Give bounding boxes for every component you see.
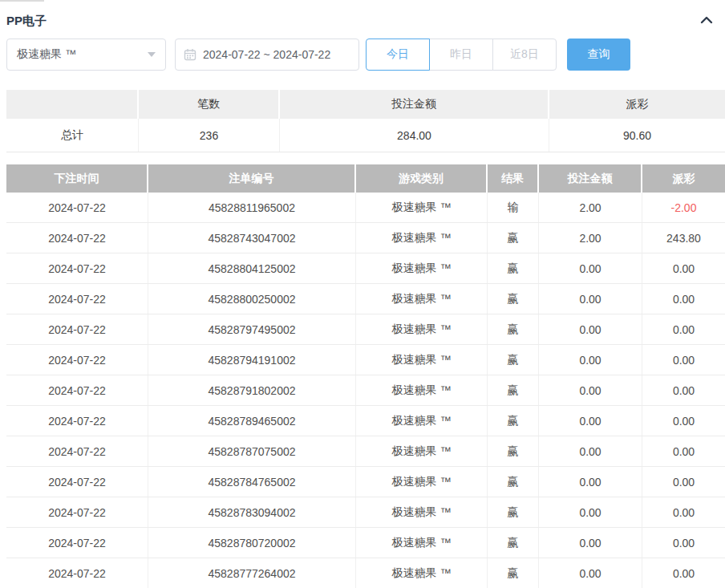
cell-game-type: 极速糖果 ™ <box>356 467 488 497</box>
cell-game-type: 极速糖果 ™ <box>356 253 488 283</box>
table-row: 2024-07-2245828811965002极速糖果 ™输2.00-2.00 <box>6 193 725 223</box>
col-header-result: 结果 <box>488 164 539 193</box>
page-title: PP电子 <box>6 14 47 29</box>
bet-table-body: 2024-07-2245828811965002极速糖果 ™输2.00-2.00… <box>6 193 725 588</box>
table-row: 2024-07-2245828791802002极速糖果 ™赢0.000.00 <box>6 375 725 406</box>
top-edge-divider <box>0 0 44 2</box>
cell-payout: 0.00 <box>642 253 725 283</box>
collapse-panel-button[interactable] <box>699 14 714 28</box>
cell-payout: 0.00 <box>642 436 725 466</box>
cell-bet-amount: 0.00 <box>539 558 642 588</box>
game-select-value: 极速糖果 ™ <box>17 47 76 62</box>
table-row: 2024-07-2245828780720002极速糖果 ™赢0.000.00 <box>6 528 725 558</box>
cell-bet-time: 2024-07-22 <box>6 528 148 558</box>
filter-bar: 极速糖果 ™ 2024-07-22 ~ 2024-07-22 今日 昨日 近8日… <box>6 39 719 71</box>
cell-result: 赢 <box>488 467 539 497</box>
cell-bet-amount: 0.00 <box>539 284 642 314</box>
cell-payout: 0.00 <box>642 528 725 558</box>
cell-result: 赢 <box>488 497 539 527</box>
cell-bet-id: 45828804125002 <box>148 253 356 283</box>
calendar-icon <box>184 48 196 61</box>
cell-game-type: 极速糖果 ™ <box>356 375 488 405</box>
cell-bet-amount: 2.00 <box>539 223 642 253</box>
cell-payout: 243.80 <box>642 223 725 253</box>
cell-bet-time: 2024-07-22 <box>6 345 148 375</box>
table-row: 2024-07-2245828804125002极速糖果 ™赢0.000.00 <box>6 253 725 284</box>
summary-total-bet-amount: 284.00 <box>280 119 549 152</box>
range-today-button[interactable]: 今日 <box>366 39 430 71</box>
summary-header-row: 笔数 投注金额 派彩 <box>6 90 725 119</box>
quick-range-group: 今日 昨日 近8日 <box>366 39 557 71</box>
cell-bet-time: 2024-07-22 <box>6 406 148 436</box>
summary-header-count: 笔数 <box>139 90 280 119</box>
summary-header-payout: 派彩 <box>549 90 725 119</box>
cell-game-type: 极速糖果 ™ <box>356 436 488 466</box>
cell-bet-id: 45828743047002 <box>148 223 356 253</box>
cell-result: 赢 <box>488 223 539 253</box>
cell-game-type: 极速糖果 ™ <box>356 558 488 588</box>
table-row: 2024-07-2245828794191002极速糖果 ™赢0.000.00 <box>6 345 725 375</box>
cell-bet-amount: 0.00 <box>539 375 642 405</box>
cell-bet-amount: 0.00 <box>539 253 642 283</box>
date-range-picker[interactable]: 2024-07-22 ~ 2024-07-22 <box>175 39 359 71</box>
cell-bet-time: 2024-07-22 <box>6 467 148 497</box>
game-select[interactable]: 极速糖果 ™ <box>6 39 166 71</box>
cell-payout: 0.00 <box>642 497 725 527</box>
cell-result: 赢 <box>488 436 539 466</box>
summary-table: 笔数 投注金额 派彩 总计 236 284.00 90.60 <box>6 90 725 152</box>
cell-bet-time: 2024-07-22 <box>6 284 148 314</box>
cell-payout: 0.00 <box>642 314 725 344</box>
table-row: 2024-07-2245828789465002极速糖果 ™赢0.000.00 <box>6 406 725 436</box>
summary-total-label: 总计 <box>6 119 139 152</box>
cell-payout: 0.00 <box>642 284 725 314</box>
cell-bet-id: 45828783094002 <box>148 497 356 527</box>
cell-bet-id: 45828791802002 <box>148 375 356 405</box>
cell-bet-amount: 0.00 <box>539 497 642 527</box>
cell-result: 赢 <box>488 558 539 588</box>
cell-result: 输 <box>488 193 539 222</box>
summary-total-payout: 90.60 <box>549 119 725 152</box>
summary-total-count: 236 <box>139 119 280 152</box>
bet-records-table: 下注时间 注单编号 游戏类别 结果 投注金额 派彩 2024-07-224582… <box>6 164 725 588</box>
cell-bet-id: 45828780720002 <box>148 528 356 558</box>
panel-header: PP电子 <box>0 0 725 32</box>
cell-game-type: 极速糖果 ™ <box>356 284 488 314</box>
cell-bet-amount: 0.00 <box>539 406 642 436</box>
col-header-game-type: 游戏类别 <box>356 164 488 193</box>
col-header-bet-amount: 投注金额 <box>539 164 642 193</box>
cell-result: 赢 <box>488 314 539 344</box>
cell-game-type: 极速糖果 ™ <box>356 193 488 222</box>
cell-bet-id: 45828777264002 <box>148 558 356 588</box>
col-header-payout: 派彩 <box>642 164 725 193</box>
col-header-bet-time: 下注时间 <box>6 164 148 193</box>
cell-bet-id: 45828797495002 <box>148 314 356 344</box>
cell-bet-time: 2024-07-22 <box>6 253 148 283</box>
cell-payout: 0.00 <box>642 345 725 375</box>
cell-game-type: 极速糖果 ™ <box>356 406 488 436</box>
cell-payout: 0.00 <box>642 375 725 405</box>
table-row: 2024-07-2245828800250002极速糖果 ™赢0.000.00 <box>6 284 725 314</box>
cell-bet-id: 45828789465002 <box>148 406 356 436</box>
query-button[interactable]: 查询 <box>567 39 630 71</box>
cell-bet-amount: 0.00 <box>539 528 642 558</box>
cell-bet-amount: 2.00 <box>539 193 642 222</box>
cell-bet-id: 45828800250002 <box>148 284 356 314</box>
table-row: 2024-07-2245828784765002极速糖果 ™赢0.000.00 <box>6 467 725 497</box>
cell-bet-time: 2024-07-22 <box>6 193 148 222</box>
summary-header-bet-amount: 投注金额 <box>280 90 549 119</box>
cell-bet-amount: 0.00 <box>539 467 642 497</box>
table-row: 2024-07-2245828783094002极速糖果 ™赢0.000.00 <box>6 497 725 528</box>
range-yesterday-button[interactable]: 昨日 <box>429 39 493 71</box>
chevron-up-icon <box>699 14 714 28</box>
cell-payout: 0.00 <box>642 406 725 436</box>
cell-bet-time: 2024-07-22 <box>6 375 148 405</box>
cell-bet-id: 45828794191002 <box>148 345 356 375</box>
range-last8days-button[interactable]: 近8日 <box>492 39 557 71</box>
summary-total-row: 总计 236 284.00 90.60 <box>6 119 725 152</box>
cell-bet-time: 2024-07-22 <box>6 314 148 344</box>
cell-bet-time: 2024-07-22 <box>6 497 148 527</box>
cell-result: 赢 <box>488 284 539 314</box>
cell-bet-id: 45828784765002 <box>148 467 356 497</box>
cell-game-type: 极速糖果 ™ <box>356 497 488 527</box>
cell-payout: 0.00 <box>642 558 725 588</box>
